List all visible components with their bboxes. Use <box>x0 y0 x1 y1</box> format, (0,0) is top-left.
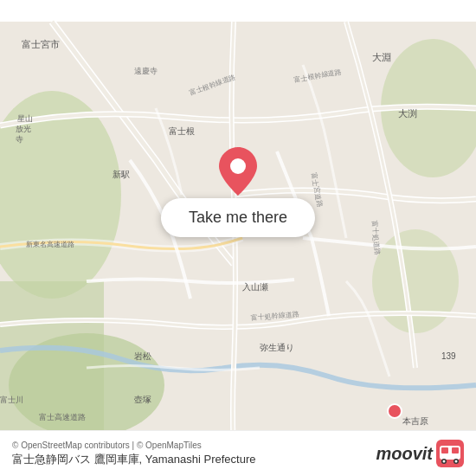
svg-text:壺塚: 壺塚 <box>134 395 151 404</box>
svg-point-38 <box>443 460 446 463</box>
moovit-icon <box>436 440 464 467</box>
svg-text:富士根: 富士根 <box>169 126 195 136</box>
svg-text:大淵: 大淵 <box>372 52 391 62</box>
svg-text:新駅: 新駅 <box>113 170 130 179</box>
svg-rect-35 <box>452 447 459 453</box>
moovit-brand-text: moovit <box>376 444 433 464</box>
svg-point-31 <box>230 158 246 174</box>
map-attribution: © OpenStreetMap contributors | © OpenMap… <box>12 441 256 450</box>
svg-text:入山瀬: 入山瀬 <box>242 282 268 292</box>
svg-text:本吉原: 本吉原 <box>402 416 428 426</box>
svg-text:岩松: 岩松 <box>134 351 151 361</box>
svg-text:新東名高速道路: 新東名高速道路 <box>26 241 74 248</box>
svg-text:富士川: 富士川 <box>0 396 23 404</box>
location-name: 富士急静岡バス 鷹岡車庫, Yamanashi Prefecture <box>12 452 256 467</box>
svg-point-39 <box>455 460 458 463</box>
svg-text:寺: 寺 <box>16 135 23 144</box>
bottom-left-info: © OpenStreetMap contributors | © OpenMap… <box>12 441 256 467</box>
svg-text:富士高速道路: 富士高速道路 <box>39 413 86 421</box>
svg-text:弥生通り: 弥生通り <box>260 343 294 352</box>
svg-text:139: 139 <box>441 351 456 361</box>
svg-text:遠慶寺: 遠慶寺 <box>134 67 158 75</box>
svg-rect-34 <box>441 447 448 453</box>
svg-text:大渕: 大渕 <box>398 108 417 119</box>
svg-text:放光: 放光 <box>16 125 31 133</box>
svg-point-30 <box>388 404 402 418</box>
bottom-bar: © OpenStreetMap contributors | © OpenMap… <box>0 430 476 476</box>
svg-text:星山: 星山 <box>17 114 33 123</box>
svg-text:富士宮市: 富士宮市 <box>22 39 60 49</box>
moovit-logo: moovit <box>376 440 464 467</box>
take-me-there-button[interactable]: Take me there <box>161 198 315 237</box>
map-container: 富士宮市 富士根 遠慶寺 大淵 大渕 星山 放光 寺 新駅 入山瀬 岩松 壺塚 … <box>0 0 476 476</box>
location-pin <box>219 147 257 199</box>
